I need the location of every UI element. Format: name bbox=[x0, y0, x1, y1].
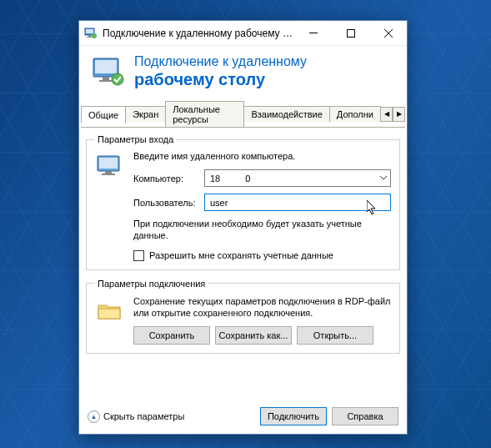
open-button[interactable]: Открыть... bbox=[297, 326, 373, 345]
svg-rect-6 bbox=[347, 29, 354, 37]
tab-scroll-right[interactable]: ▶ bbox=[393, 107, 405, 122]
credentials-note: При подключении необходимо будет указать… bbox=[133, 218, 391, 242]
titlebar: Подключение к удаленному рабочему с... bbox=[79, 21, 407, 46]
svg-rect-1 bbox=[86, 29, 93, 33]
header-title-line1: Подключение к удаленному bbox=[134, 54, 307, 69]
svg-rect-18 bbox=[98, 309, 120, 319]
user-label: Пользователь: bbox=[133, 198, 204, 208]
tab-general[interactable]: Общие bbox=[81, 106, 126, 123]
dialog-footer: ▲ Скрыть параметры Подключить Справка bbox=[79, 400, 407, 434]
tab-display[interactable]: Экран bbox=[125, 106, 166, 122]
svg-rect-17 bbox=[102, 174, 115, 175]
tab-strip: Общие Экран Локальные ресурсы Взаимодейс… bbox=[81, 101, 405, 128]
svg-rect-12 bbox=[99, 80, 113, 82]
window-title: Подключение к удаленному рабочему с... bbox=[103, 28, 294, 39]
svg-rect-10 bbox=[95, 60, 117, 73]
login-instruction: Введите имя удаленного компьютера. bbox=[133, 151, 391, 161]
collapse-arrow-icon: ▲ bbox=[88, 410, 100, 423]
login-group-legend: Параметры входа bbox=[95, 134, 176, 144]
chevron-down-icon[interactable] bbox=[376, 170, 390, 186]
svg-rect-5 bbox=[309, 33, 318, 33]
computer-label: Компьютер: bbox=[133, 174, 204, 184]
computer-combobox[interactable]: 18xxxx0 bbox=[204, 169, 391, 187]
username-input[interactable] bbox=[204, 194, 391, 211]
computer-value: 18xxxx0 bbox=[205, 174, 376, 184]
minimize-button[interactable] bbox=[294, 21, 332, 45]
save-as-button[interactable]: Сохранить как... bbox=[215, 326, 292, 345]
tab-local-resources[interactable]: Локальные ресурсы bbox=[165, 101, 244, 127]
rdp-dialog-window: Подключение к удаленному рабочему с... П… bbox=[78, 20, 408, 435]
folder-icon bbox=[95, 295, 125, 345]
save-button[interactable]: Сохранить bbox=[133, 326, 210, 345]
connection-settings-group: Параметры подключения Сохранение текущих… bbox=[86, 279, 400, 355]
svg-rect-2 bbox=[88, 35, 91, 37]
maximize-button[interactable] bbox=[332, 21, 369, 45]
dialog-header: Подключение к удаленному рабочему столу bbox=[79, 46, 407, 101]
rdp-header-icon bbox=[91, 54, 126, 89]
svg-rect-16 bbox=[105, 171, 112, 174]
connect-button[interactable]: Подключить bbox=[260, 407, 327, 425]
app-icon bbox=[84, 27, 98, 40]
help-button[interactable]: Справка bbox=[332, 407, 398, 425]
tab-advanced[interactable]: Дополни bbox=[329, 106, 381, 122]
svg-rect-15 bbox=[99, 158, 118, 169]
svg-rect-3 bbox=[87, 37, 93, 38]
close-button[interactable] bbox=[369, 21, 407, 45]
conn-group-legend: Параметры подключения bbox=[95, 279, 208, 289]
allow-save-label: Разрешить мне сохранять учетные данные bbox=[149, 250, 333, 260]
hide-options-label: Скрыть параметры bbox=[103, 411, 184, 421]
svg-rect-11 bbox=[103, 77, 109, 80]
computer-icon bbox=[95, 151, 125, 261]
header-title-line2: рабочему столу bbox=[134, 70, 307, 89]
hide-options-link[interactable]: ▲ Скрыть параметры bbox=[88, 410, 184, 423]
tab-experience[interactable]: Взаимодействие bbox=[243, 106, 329, 122]
conn-description: Сохранение текущих параметров подключени… bbox=[133, 295, 391, 320]
allow-save-checkbox[interactable] bbox=[133, 250, 144, 261]
login-settings-group: Параметры входа Введите имя удаленного к… bbox=[86, 134, 400, 270]
svg-point-4 bbox=[92, 33, 97, 38]
tab-scroll-left[interactable]: ◀ bbox=[380, 107, 393, 122]
svg-point-13 bbox=[112, 73, 123, 85]
